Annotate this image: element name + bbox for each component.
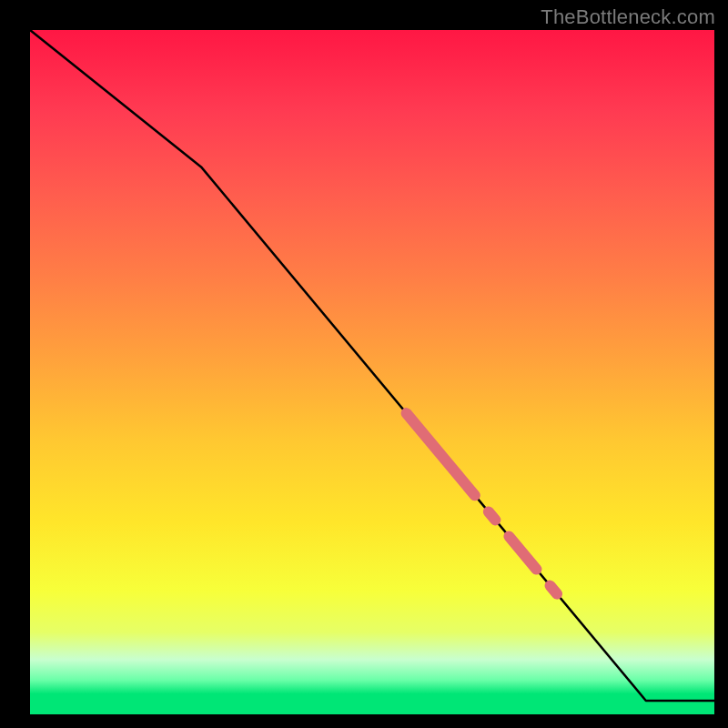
accent-segment: [407, 413, 475, 495]
main-line: [30, 30, 714, 701]
chart-container: TheBottleneck.com: [0, 0, 728, 728]
accent-segment: [509, 536, 536, 569]
chart-svg: [30, 30, 714, 714]
accent-segment: [489, 511, 496, 520]
watermark-text: TheBottleneck.com: [541, 5, 715, 29]
accent-segment: [551, 586, 558, 594]
